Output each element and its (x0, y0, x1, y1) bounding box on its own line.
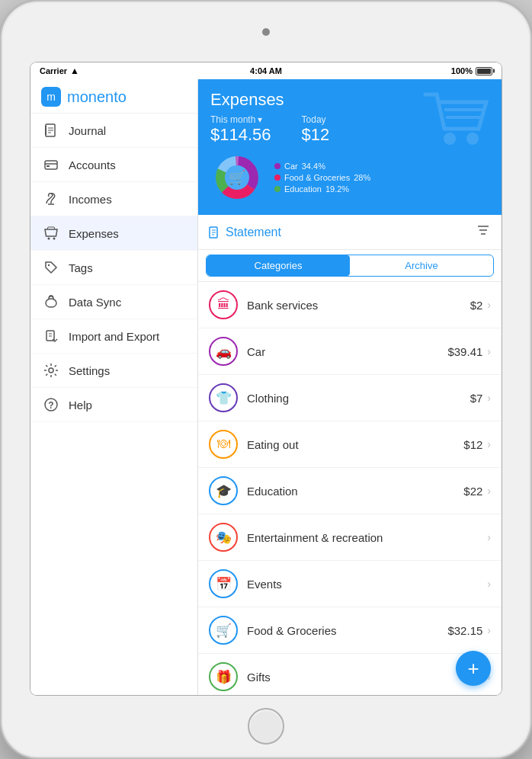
expenses-icon (43, 225, 59, 242)
category-education[interactable]: 🎓 Education $22 › (198, 468, 502, 514)
chevron-events: › (487, 578, 491, 590)
cat-amount-car: $39.41 (447, 345, 482, 358)
svg-rect-1 (45, 126, 46, 135)
sidebar-item-settings[interactable]: Settings (30, 354, 197, 388)
category-clothing[interactable]: 👕 Clothing $7 › (198, 375, 502, 421)
legend-car: Car 34.4% (274, 162, 370, 171)
category-events[interactable]: 📅 Events › (198, 561, 502, 607)
cat-amount-education: $22 (463, 485, 482, 498)
legend-education: Education 19.2% (274, 184, 370, 194)
category-eating-out[interactable]: 🍽 Eating out $12 › (198, 421, 502, 468)
carrier-label: Carrier (40, 66, 67, 75)
device: Carrier ▲ 4:04 AM 100% m monento (0, 0, 532, 759)
incomes-icon (43, 191, 59, 207)
tab-archive[interactable]: Archive (350, 255, 493, 276)
sidebar: m monento Journal Accounts (30, 79, 198, 695)
period-label: This month ▾ (210, 114, 271, 125)
battery-fill (477, 69, 491, 74)
category-list: 🏛 Bank services $2 › 🚗 Car $39.41 › (198, 282, 502, 695)
cat-name-food-groceries: Food & Groceries (247, 624, 447, 637)
today-group: Today $12 (302, 114, 330, 145)
statement-icon (209, 226, 221, 239)
chevron-eating-out: › (487, 438, 491, 450)
camera (262, 28, 270, 36)
tabs-container: Categories Archive (198, 250, 502, 282)
right-panel: Expenses This month ▾ $114.56 Today $12 (198, 79, 502, 695)
home-button[interactable] (248, 708, 284, 745)
settings-icon (43, 362, 59, 379)
svg-text:🛒: 🛒 (229, 169, 246, 186)
legend-dot-car (274, 163, 280, 169)
svg-point-18 (444, 133, 456, 145)
sidebar-label-tags: Tags (69, 261, 93, 274)
legend-food: Food & Groceries 28% (274, 173, 370, 182)
tabs-bar: Categories Archive (206, 255, 494, 277)
svg-point-11 (48, 264, 50, 266)
sidebar-item-help[interactable]: ? Help (30, 388, 197, 422)
status-bar: Carrier ▲ 4:04 AM 100% (30, 62, 502, 79)
device-bottom (248, 695, 284, 757)
cat-name-clothing: Clothing (247, 392, 470, 405)
gifts-icon: 🎁 (209, 662, 238, 691)
sidebar-item-datasync[interactable]: Data Sync (30, 285, 197, 319)
svg-rect-5 (45, 161, 57, 169)
sidebar-label-incomes: Incomes (69, 193, 112, 206)
add-button[interactable]: + (456, 651, 491, 686)
category-car[interactable]: 🚗 Car $39.41 › (198, 328, 502, 375)
cat-amount-bank-services: $2 (470, 299, 483, 312)
screen: Carrier ▲ 4:04 AM 100% m monento (30, 62, 502, 695)
cat-name-education: Education (247, 485, 463, 498)
statement-header: Statement (198, 215, 502, 250)
category-entertainment[interactable]: 🎭 Entertainment & recreation › (198, 514, 502, 561)
bank-services-icon: 🏛 (209, 290, 238, 319)
chart-legend: Car 34.4% Food & Groceries 28% Education (274, 162, 370, 194)
sidebar-label-accounts: Accounts (69, 159, 116, 171)
svg-point-10 (53, 238, 56, 240)
main-content: m monento Journal Accounts (30, 79, 502, 695)
chevron-clothing: › (487, 392, 491, 404)
app-name: monento (67, 88, 127, 106)
journal-icon (43, 122, 59, 139)
statement-title: Statement (209, 226, 281, 239)
events-icon: 📅 (209, 569, 238, 598)
cart-bg-icon (418, 87, 494, 165)
sidebar-item-tags[interactable]: Tags (30, 251, 197, 285)
status-right: 100% (451, 66, 492, 75)
status-left: Carrier ▲ (40, 66, 79, 76)
sidebar-item-expenses[interactable]: Expenses (30, 216, 197, 251)
eating-out-icon: 🍽 (209, 430, 238, 459)
today-label: Today (302, 114, 330, 125)
dropdown-arrow: ▾ (258, 114, 262, 125)
app-logo: m (41, 87, 61, 107)
help-icon: ? (43, 396, 59, 413)
sidebar-label-help: Help (69, 399, 92, 412)
expenses-header: Expenses This month ▾ $114.56 Today $12 (198, 79, 502, 215)
cat-amount-eating-out: $12 (463, 438, 482, 451)
cat-name-bank-services: Bank services (247, 299, 470, 312)
sidebar-item-journal[interactable]: Journal (30, 114, 197, 148)
svg-point-15 (49, 368, 53, 373)
sidebar-label-datasync: Data Sync (69, 296, 121, 309)
category-food-groceries[interactable]: 🛒 Food & Groceries $32.15 › (198, 607, 502, 654)
category-bank-services[interactable]: 🏛 Bank services $2 › (198, 282, 502, 328)
cat-name-gifts: Gifts (247, 671, 482, 684)
tab-categories[interactable]: Categories (207, 255, 350, 276)
sidebar-item-accounts[interactable]: Accounts (30, 148, 197, 182)
sidebar-item-incomes[interactable]: Incomes (30, 182, 197, 216)
this-month-group: This month ▾ $114.56 (210, 114, 271, 145)
entertainment-icon: 🎭 (209, 523, 238, 552)
chevron-food-groceries: › (487, 624, 491, 636)
filter-icon[interactable] (476, 223, 491, 242)
cat-name-events: Events (247, 578, 482, 591)
sidebar-item-import-export[interactable]: Import and Export (30, 319, 197, 354)
legend-dot-education (274, 186, 280, 192)
chevron-education: › (487, 485, 491, 497)
svg-text:?: ? (48, 400, 53, 411)
battery-icon (476, 67, 492, 75)
cat-name-car: Car (247, 345, 447, 358)
period-amount: $114.56 (210, 125, 271, 145)
clothing-icon: 👕 (209, 383, 238, 412)
category-gifts[interactable]: 🎁 Gifts › (198, 654, 502, 695)
sidebar-label-expenses: Expenses (69, 227, 119, 240)
tags-icon (43, 259, 59, 276)
